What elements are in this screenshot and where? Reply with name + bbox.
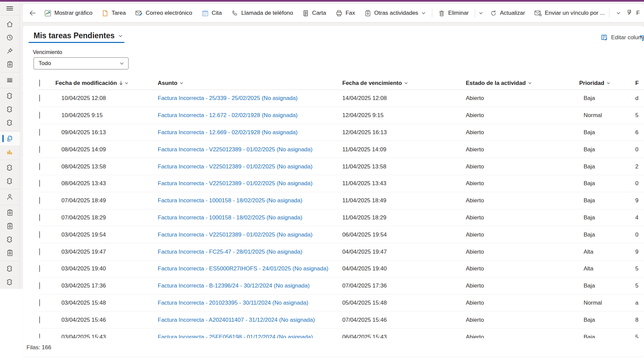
refresh-button[interactable]: Actualizar [485, 6, 530, 20]
table-row[interactable]: 10/04/2025 9:15Factura Incorrecta - 12.6… [23, 107, 644, 124]
row-checkbox[interactable] [39, 214, 40, 221]
task-subject-link[interactable]: Factura Incorrecta - V225012389 - 01/02/… [158, 146, 312, 153]
row-checkbox[interactable] [39, 265, 40, 272]
task-subject-link[interactable]: Factura Incorrecta - A2024011407 - 31/12… [158, 317, 315, 323]
page-title: Mis tareas Pendientes [34, 31, 115, 40]
table-row[interactable]: 09/04/2025 16:13Factura Incorrecta - 12.… [23, 124, 644, 141]
task-subject-link[interactable]: Factura Incorrecta - V225012389 - 01/02/… [158, 231, 312, 238]
table-row[interactable]: 07/04/2025 18:49Factura Incorrecta - 100… [23, 192, 644, 209]
table-row[interactable]: 08/04/2025 14:09Factura Incorrecta - V22… [23, 141, 644, 158]
task-subject-link[interactable]: Factura Incorrecta - 12.669 - 02/02/1928… [158, 129, 298, 136]
sidebar-item-extension-8[interactable] [0, 275, 20, 289]
sidebar-item-extension-6[interactable] [0, 233, 20, 246]
cell-priority: Baja [584, 214, 595, 221]
back-button[interactable] [26, 6, 40, 20]
column-header-subject[interactable]: Asunto [158, 80, 184, 87]
sidebar-item-recent[interactable] [0, 31, 20, 44]
task-subject-link[interactable]: Factura Incorrecta - V225012389 - 01/02/… [158, 180, 312, 187]
row-checkbox[interactable] [39, 95, 40, 102]
phone-call-button[interactable]: Llamada de teléfono [227, 6, 298, 20]
due-filter-select[interactable]: Todo [34, 57, 129, 69]
appointment-button[interactable]: Cita [197, 6, 227, 20]
sidebar-item-activities-1[interactable] [0, 206, 20, 219]
row-checkbox[interactable] [39, 231, 40, 238]
row-checkbox[interactable] [39, 197, 40, 204]
sidebar-item-activities-top[interactable] [0, 58, 20, 71]
puzzle-icon [6, 106, 13, 113]
table-row[interactable]: 07/04/2025 18:29Factura Incorrecta - 100… [23, 209, 644, 226]
column-header-status[interactable]: Estado de la actividad [466, 80, 532, 87]
sidebar-item-entity-list[interactable] [0, 73, 20, 87]
task-subject-link[interactable]: Factura Incorrecta - 25/339 - 25/02/2025… [158, 95, 298, 101]
table-row[interactable]: 03/04/2025 15:43Factura Incorrecta - 25F… [23, 328, 644, 338]
sidebar-item-tasks-view[interactable] [0, 132, 20, 145]
table-row[interactable]: 03/04/2025 19:40Factura Incorrecta - ES5… [23, 260, 644, 277]
table-row[interactable]: 03/04/2025 15:48Factura Incorrecta - 201… [23, 295, 644, 312]
sidebar-item-extension-7[interactable] [0, 262, 20, 275]
row-checkbox[interactable] [39, 300, 40, 306]
task-subject-link[interactable]: Factura Incorrecta - 1000158 - 18/02/202… [158, 214, 302, 221]
row-checkbox[interactable] [39, 334, 40, 338]
sidebar-item-powerbi-report[interactable] [0, 145, 20, 159]
letter-button[interactable]: Carta [298, 6, 331, 20]
row-checkbox[interactable] [39, 129, 40, 136]
table-row[interactable]: 03/04/2025 19:47Factura Incorrecta - FC2… [23, 243, 644, 260]
command-label: Tarea [111, 10, 126, 16]
task-subject-link[interactable]: Factura Incorrecta - 25FE056198 - 01/12/… [158, 334, 313, 338]
table-row[interactable]: 08/04/2025 13:58Factura Incorrecta - V22… [23, 158, 644, 175]
row-checkbox[interactable] [39, 282, 40, 289]
row-checkbox[interactable] [39, 249, 40, 255]
other-activities-button[interactable]: Otras actividades [360, 6, 431, 20]
filter-funnel-button[interactable] [639, 35, 644, 42]
column-header-due[interactable]: Fecha de vencimiento [342, 80, 408, 87]
recent-icon [6, 34, 13, 41]
task-subject-link[interactable]: Factura Incorrecta - 1000158 - 18/02/202… [158, 197, 302, 204]
table-row[interactable]: 03/04/2025 17:36Factura Incorrecta - B-1… [23, 277, 644, 295]
task-subject-link[interactable]: Factura Incorrecta - V225012389 - 01/02/… [158, 163, 312, 170]
row-checkbox[interactable] [39, 146, 40, 153]
email-button[interactable]: Correo electrónico [131, 6, 197, 20]
delete-button[interactable]: Eliminar [434, 6, 473, 20]
sidebar-item-contacts[interactable] [0, 190, 20, 204]
sidebar-item-extension-3[interactable] [0, 116, 20, 130]
fax-button[interactable]: Fax [331, 6, 360, 20]
sidebar-item-activities-3[interactable] [0, 246, 20, 260]
task-subject-link[interactable]: Factura Incorrecta - 201023395 - 30/11/2… [158, 300, 308, 306]
task-subject-link[interactable]: Factura Incorrecta - ES5000R27IHOFS - 24… [158, 265, 328, 272]
row-checkbox[interactable] [39, 180, 40, 187]
table-row[interactable]: 08/04/2025 13:43Factura Incorrecta - V22… [23, 175, 644, 192]
cell-truncated: 5 [635, 282, 638, 289]
overflow-chevron-icon[interactable] [614, 6, 623, 20]
table-row[interactable]: 03/04/2025 19:54Factura Incorrecta - V22… [23, 226, 644, 243]
edit-columns-button[interactable]: Editar columnas [601, 34, 644, 41]
sidebar-item-pinned[interactable] [0, 44, 20, 58]
flow-button[interactable]: F [626, 6, 640, 20]
overflow-chevron-icon[interactable] [477, 6, 485, 20]
row-checkbox[interactable] [39, 317, 40, 323]
column-header-modified[interactable]: Fecha de modificación [55, 80, 129, 87]
sidebar-item-extension-5[interactable] [0, 174, 20, 188]
column-header-priority[interactable]: Prioridad [579, 80, 610, 87]
sidebar-item-home[interactable] [0, 17, 20, 31]
menu-toggle-button[interactable] [0, 2, 20, 15]
task-button[interactable]: Tarea [97, 6, 131, 20]
column-header-truncated[interactable]: F [635, 80, 639, 87]
row-checkbox[interactable] [39, 163, 40, 170]
select-all-checkbox[interactable] [39, 80, 40, 87]
row-checkbox[interactable] [39, 112, 40, 119]
send-link-button[interactable]: Enviar un vínculo por ... [530, 6, 609, 20]
chevron-down-icon [119, 61, 124, 66]
task-subject-link[interactable]: Factura Incorrecta - FC25-47 - 28/01/202… [158, 249, 302, 255]
cell-modified-date: 03/04/2025 15:46 [61, 317, 106, 323]
task-subject-link[interactable]: Factura Incorrecta - B-12396/24 - 30/12/… [158, 282, 310, 289]
sidebar-item-extension-2[interactable] [0, 103, 20, 116]
sidebar-item-extension-4[interactable] [0, 161, 20, 174]
sidebar-item-activities-2[interactable] [0, 219, 20, 233]
view-selector[interactable]: Mis tareas Pendientes [34, 31, 123, 40]
task-subject-link[interactable]: Factura Incorrecta - 12.672 - 02/02/1928… [158, 112, 298, 118]
table-row[interactable]: 03/04/2025 15:46Factura Incorrecta - A20… [23, 311, 644, 328]
sidebar-item-extension-1[interactable] [0, 89, 20, 103]
powerbi-icon [6, 148, 13, 156]
table-row[interactable]: 10/04/2025 12:08Factura Incorrecta - 25/… [23, 90, 644, 107]
show-chart-button[interactable]: Mostrar gráfico [40, 6, 97, 20]
